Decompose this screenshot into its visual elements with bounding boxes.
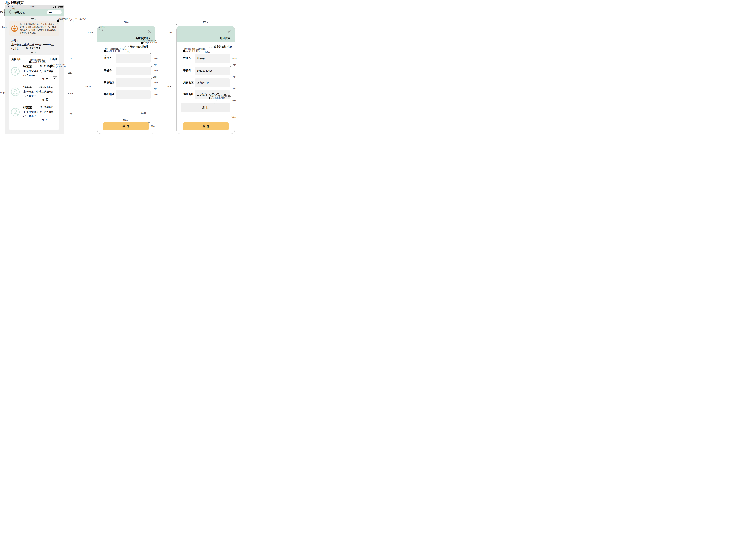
field-label-detail-address: 详细地址 (183, 93, 194, 96)
dim-label-750-left: 750px (30, 6, 35, 8)
cmyk-value: (0, 0, 0, 100) (110, 50, 120, 52)
dim-label-583: 583px (123, 119, 128, 121)
default-address-radio[interactable] (125, 45, 129, 48)
dim-label-261: 261px (68, 72, 73, 74)
save-button[interactable]: 保 存 (183, 123, 229, 130)
field-label-phone: 手机号 (183, 69, 191, 72)
plus-icon[interactable]: + (49, 57, 51, 61)
add-address-button[interactable]: 新增 (52, 58, 57, 61)
back-icon[interactable] (101, 28, 103, 31)
region-input[interactable]: 上海普陀区 (195, 78, 230, 87)
design-spec-sheet: 地址编辑页 12:00 750px 修改地址 ••• 60px 104px 65 (0, 0, 237, 135)
color-swatch (29, 61, 31, 63)
item-address-line1: 上海普陀区金沙江路250弄 (23, 110, 53, 114)
delete-button[interactable]: 删 除 (181, 103, 230, 112)
cmyk-value: (0, 0, 0, 100) (56, 65, 66, 68)
item-checkbox[interactable] (53, 117, 57, 121)
dim-label-650-mid: 650px (31, 52, 36, 54)
cmyk-label: CMYK (210, 98, 214, 99)
recipient-input[interactable] (116, 54, 151, 63)
dim-line-191 (173, 26, 173, 42)
cmyk-annotation: CMYK (0, 0, 0, 100) (104, 50, 120, 52)
font-annotation-31-leading: 汉仪正圆 65简 31pt 行距:36pt (210, 95, 231, 97)
minimize-button[interactable] (54, 10, 62, 14)
cmyk-label: CMYK (52, 66, 55, 67)
card-title: 更换地址: (11, 58, 23, 61)
cmyk-label: CMYK (143, 42, 147, 44)
dim-line-1203 (94, 42, 94, 134)
item-name: 张某某 (23, 85, 32, 89)
dim-label-36: 36px (232, 87, 236, 90)
dim-label-36: 36px (153, 88, 157, 90)
close-icon[interactable] (227, 30, 231, 33)
font-annotation-31: 汉仪正圆 65简 31pt (142, 40, 156, 42)
change-button[interactable]: 变 更 (42, 98, 48, 101)
item-address-line1: 上海普陀区金沙江路250弄 (23, 90, 53, 93)
cmyk-annotation: CMYK (0, 0, 0, 100) (183, 50, 200, 52)
font-annotation-31-leading: 汉仪正圆 65简 31pt 行距:36pt (184, 48, 206, 50)
item-name: 张某某 (23, 65, 32, 69)
item-phone: 18618342655 (38, 106, 53, 109)
dim-line-100 (231, 54, 231, 63)
color-swatch (57, 20, 59, 22)
region-input[interactable] (116, 78, 151, 87)
dim-label-60: 60px (12, 8, 16, 10)
dim-label-261: 261px (68, 113, 73, 115)
item-checkbox[interactable] (53, 97, 57, 100)
dim-line-750-middle (97, 24, 155, 24)
default-address-label: 设定为默认地址 (130, 45, 148, 49)
avatar-icon (11, 87, 20, 96)
color-swatch (183, 50, 185, 52)
font-annotation-31: 汉仪正圆 65简 31pt (51, 63, 65, 66)
avatar-icon (11, 67, 20, 76)
dim-label-36: 36px (153, 64, 157, 66)
dim-label-180: 180px (231, 116, 236, 118)
item-address-line2: 43号101室 (23, 74, 36, 77)
default-address-radio[interactable] (209, 45, 212, 48)
original-address-line: 上海普陀区金沙江路250弄43号101室 (11, 43, 54, 46)
dim-label-36: 36px (232, 64, 236, 66)
capsule-menu: ••• (47, 10, 62, 14)
dim-line-36 (231, 75, 231, 78)
item-checkbox[interactable]: ✓ (53, 77, 57, 80)
item-divider (11, 104, 57, 104)
dim-line-36 (231, 63, 231, 67)
dim-label-92: 92px (68, 58, 72, 60)
phone-input[interactable] (116, 67, 151, 75)
dim-line-84 (231, 99, 231, 103)
detail-address-input[interactable] (116, 90, 151, 99)
cmyk-value: (0, 0, 0, 100) (147, 42, 157, 44)
font-annotation-31-leading: 汉仪正圆 65简 31pt 行距:36pt (105, 48, 127, 50)
change-button[interactable]: 变 更 (42, 118, 48, 122)
phone-input[interactable]: 18618342655 (195, 67, 230, 75)
item-name: 张某某 (23, 106, 32, 110)
nav-title: 修改地址 (15, 11, 25, 14)
color-swatch (141, 42, 143, 44)
more-menu-button[interactable]: ••• (47, 10, 54, 14)
cmyk-annotation: CMYK (0, 0, 0, 100) (29, 61, 46, 63)
nav-title: 地址变更 (209, 37, 230, 40)
dim-label-100: 100px (153, 82, 158, 84)
dim-label-750-right: 750px (203, 21, 208, 23)
warning-icon (11, 25, 18, 32)
recipient-input[interactable]: 张某某 (195, 54, 230, 63)
cmyk-value: (0, 0, 0, 100) (215, 97, 225, 99)
change-button[interactable]: 变 更 (42, 77, 48, 81)
dim-label-radius: r= 20px (99, 26, 105, 28)
cmyk-value: (0, 0, 0, 100) (63, 20, 74, 22)
dim-label-100: 100px (153, 94, 158, 96)
field-label-phone: 手机号 (104, 69, 112, 72)
cmyk-label: CMYK (106, 51, 110, 52)
back-icon[interactable] (9, 10, 11, 14)
close-icon[interactable] (148, 30, 151, 33)
save-button[interactable]: 保 存 (103, 123, 149, 130)
font-annotation-41: 汉仪正圆 65简 41pt (30, 59, 45, 61)
cmyk-value: (0, 0, 0, 100) (189, 50, 200, 52)
battery-icon (60, 6, 64, 8)
item-address-line1: 上海普陀区金沙江路250弄 (23, 70, 53, 73)
dim-line-180 (231, 112, 231, 123)
default-address-label: 设定为默认地址 (214, 45, 232, 49)
cmyk-annotation: CMYK (0, 0, 0, 100) (57, 20, 74, 22)
wifi-icon (57, 6, 60, 8)
item-address-line2: 43号101室 (23, 94, 36, 98)
